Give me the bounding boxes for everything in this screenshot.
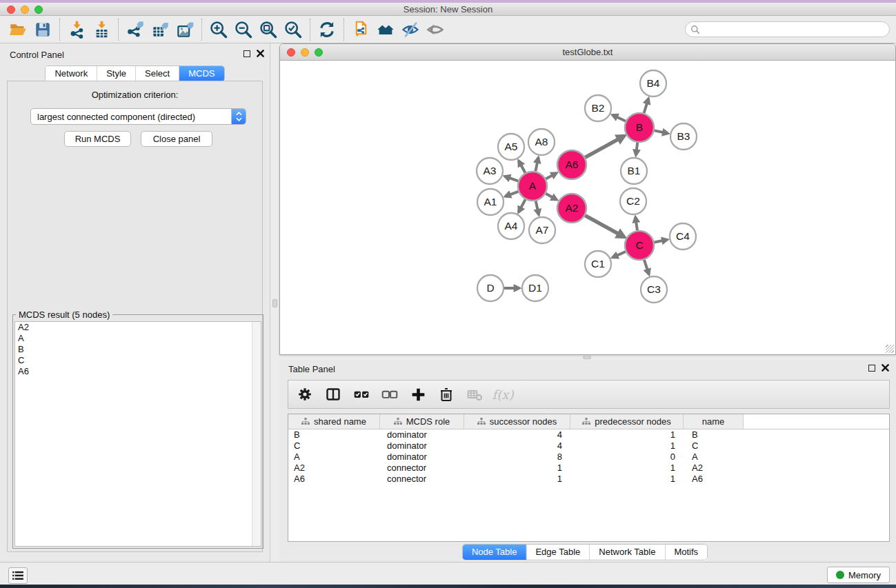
close-table-panel-icon[interactable] <box>882 364 889 372</box>
table-cell[interactable]: A <box>684 452 744 463</box>
zoom-window-button[interactable] <box>34 6 43 14</box>
table-cell[interactable]: C <box>288 440 380 452</box>
node-A8[interactable]: A8 <box>528 129 555 155</box>
tab-edge-table[interactable]: Edge Table <box>526 545 589 560</box>
network-close-button[interactable] <box>287 48 295 57</box>
search-field[interactable] <box>685 21 890 37</box>
duplicate-network-icon[interactable] <box>348 18 373 41</box>
edge-C-C4[interactable] <box>655 240 668 243</box>
vertical-splitter-handle[interactable] <box>272 299 277 307</box>
tab-select[interactable]: Select <box>135 66 179 81</box>
table-cell[interactable]: C <box>684 440 744 452</box>
close-panel-button[interactable]: Close panel <box>141 131 212 147</box>
column-header-predecessor-nodes[interactable]: predecessor nodes <box>570 414 684 429</box>
node-C[interactable]: C <box>625 231 654 260</box>
resize-grip-icon[interactable] <box>886 345 894 353</box>
result-item[interactable]: C <box>15 355 261 366</box>
node-C1[interactable]: C1 <box>585 251 611 277</box>
table-cell[interactable]: connector <box>380 474 464 485</box>
node-B2[interactable]: B2 <box>585 95 611 121</box>
memory-button[interactable]: Memory <box>827 567 890 583</box>
node-D1[interactable]: D1 <box>522 275 548 301</box>
edge-A6-B[interactable] <box>585 136 624 157</box>
export-image-icon[interactable] <box>172 18 197 41</box>
node-A6[interactable]: A6 <box>557 150 586 179</box>
node-A1[interactable]: A1 <box>477 189 504 215</box>
result-item[interactable]: A2 <box>15 322 261 333</box>
run-mcds-button[interactable]: Run MCDS <box>64 131 131 147</box>
node-C2[interactable]: C2 <box>620 188 646 214</box>
table-cell[interactable]: 1 <box>570 429 684 440</box>
node-B[interactable]: B <box>625 113 654 142</box>
task-history-button[interactable] <box>8 567 28 584</box>
zoom-selected-icon[interactable] <box>281 18 306 41</box>
table-row[interactable]: Bdominator41B <box>288 429 889 440</box>
horizontal-splitter-handle[interactable] <box>583 356 591 359</box>
table-cell[interactable]: dominator <box>380 429 464 440</box>
table-cell[interactable]: 8 <box>464 452 570 463</box>
edge-A-A6[interactable] <box>546 173 557 179</box>
column-header-MCDS-role[interactable]: MCDS role <box>380 414 464 429</box>
add-column-icon[interactable] <box>408 385 428 404</box>
search-input[interactable] <box>700 23 889 36</box>
window-titlebar[interactable]: Session: New Session <box>0 3 896 16</box>
zoom-out-icon[interactable] <box>231 18 256 41</box>
table-row[interactable]: Adominator80A <box>288 452 889 463</box>
node-C3[interactable]: C3 <box>641 276 667 303</box>
edge-C-C1[interactable] <box>613 252 626 258</box>
node-A4[interactable]: A4 <box>498 213 524 239</box>
table-cell[interactable]: A <box>288 452 380 463</box>
table-cell[interactable]: A6 <box>684 474 744 485</box>
edge-A-A1[interactable] <box>506 192 519 196</box>
edge-A-A5[interactable] <box>519 161 526 172</box>
refresh-icon[interactable] <box>315 18 339 41</box>
zoom-fit-icon[interactable] <box>256 18 281 41</box>
network-view-window[interactable]: testGlobe.txt AA1A2A3A4A5A6A7A8BB1B2B3B4… <box>279 43 896 355</box>
network-canvas[interactable]: AA1A2A3A4A5A6A7A8BB1B2B3B4CC1C2C3C4DD1 <box>280 61 895 355</box>
table-cell[interactable]: 0 <box>570 452 684 463</box>
column-header-successor-nodes[interactable]: successor nodes <box>464 414 570 429</box>
result-item[interactable]: A6 <box>15 366 261 377</box>
result-item[interactable]: B <box>15 344 261 355</box>
open-file-icon[interactable] <box>6 18 30 41</box>
deselect-all-columns-icon[interactable] <box>380 385 399 404</box>
table-cell[interactable]: 4 <box>464 429 570 440</box>
import-table-icon[interactable] <box>89 18 114 41</box>
node-A[interactable]: A <box>518 172 547 201</box>
edge-A-A2[interactable] <box>546 194 557 200</box>
table-cell[interactable]: connector <box>380 463 464 474</box>
table-cell[interactable]: A2 <box>684 463 744 474</box>
node-B4[interactable]: B4 <box>640 70 666 97</box>
tab-style[interactable]: Style <box>97 66 135 81</box>
node-A5[interactable]: A5 <box>498 134 524 160</box>
settings-gear-icon[interactable] <box>295 385 315 404</box>
tab-motifs[interactable]: Motifs <box>664 545 707 560</box>
node-table[interactable]: shared nameMCDS rolesuccessor nodesprede… <box>288 414 890 542</box>
edge-B-B3[interactable] <box>655 130 668 133</box>
export-table-icon[interactable] <box>148 18 172 41</box>
show-details-icon[interactable] <box>423 18 448 41</box>
edge-B-B1[interactable] <box>636 143 637 155</box>
delete-column-icon[interactable] <box>437 385 456 404</box>
result-scrollbar[interactable] <box>252 322 261 546</box>
close-panel-icon[interactable] <box>257 50 264 57</box>
edge-C-C2[interactable] <box>635 217 637 230</box>
table-cell[interactable]: dominator <box>380 452 464 463</box>
node-B1[interactable]: B1 <box>621 158 647 184</box>
network-zoom-button[interactable] <box>315 48 323 57</box>
table-cell[interactable]: 1 <box>464 463 570 474</box>
criterion-dropdown[interactable]: largest connected component (directed) <box>30 108 246 125</box>
column-header-shared-name[interactable]: shared name <box>288 414 380 429</box>
table-cell[interactable]: A2 <box>288 463 380 474</box>
network-window-titlebar[interactable]: testGlobe.txt <box>280 44 895 61</box>
table-row[interactable]: Cdominator41C <box>288 440 889 452</box>
hide-details-icon[interactable] <box>398 18 423 41</box>
table-cell[interactable]: B <box>684 429 744 440</box>
result-item[interactable]: A <box>15 333 261 344</box>
table-cell[interactable]: 4 <box>464 440 570 452</box>
table-cell[interactable]: A6 <box>288 474 380 485</box>
table-cell[interactable]: 1 <box>464 474 570 485</box>
float-table-panel-icon[interactable] <box>868 365 875 372</box>
table-row[interactable]: A2connector11A2 <box>288 463 889 474</box>
tab-mcds[interactable]: MCDS <box>179 66 223 81</box>
